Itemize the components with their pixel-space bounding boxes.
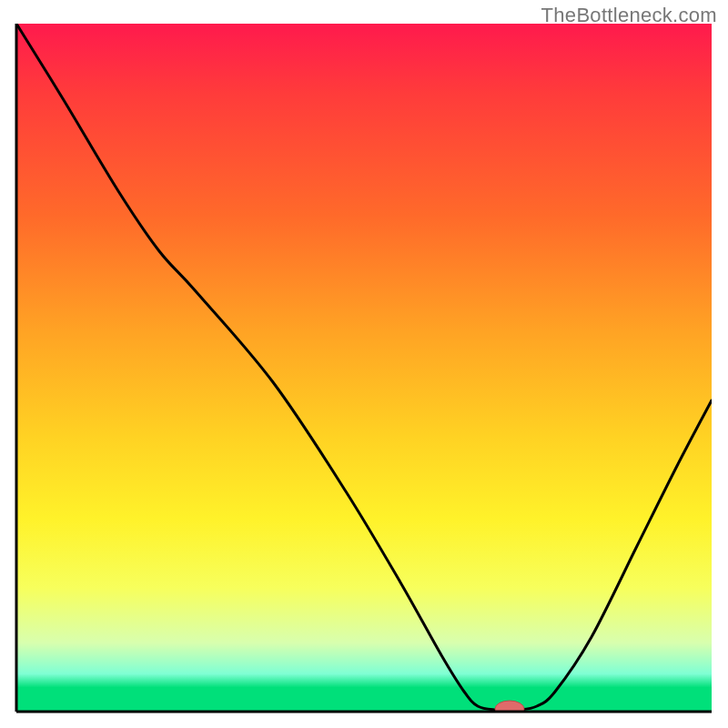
bottleneck-chart: TheBottleneck.com	[0, 0, 728, 728]
plot-area	[16, 24, 712, 717]
optimal-marker	[495, 701, 524, 717]
chart-svg	[0, 0, 728, 728]
watermark-text: TheBottleneck.com	[541, 4, 717, 27]
